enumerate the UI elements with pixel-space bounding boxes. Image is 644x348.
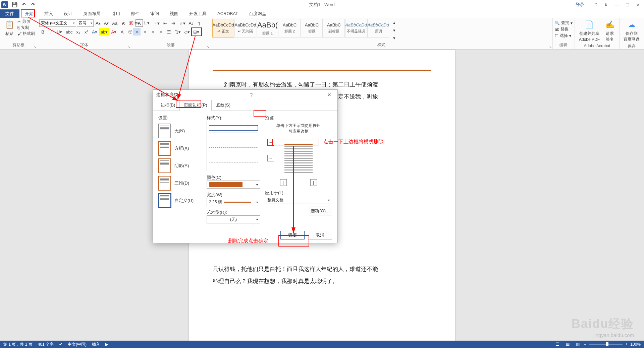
save-baidu-button[interactable]: ☁ 保存到 百度网盘	[622, 19, 642, 43]
width-combo[interactable]: 2.25 磅	[207, 198, 260, 206]
status-insert[interactable]: 插入	[92, 342, 100, 347]
tab-mailings[interactable]: 邮件	[125, 9, 145, 18]
setting-3d[interactable]: 三维(D)	[158, 176, 202, 191]
align-justify-button[interactable]: ≡	[157, 28, 165, 36]
clipboard-launcher[interactable]: ↘	[34, 45, 36, 49]
clear-format-button[interactable]: A̷	[119, 19, 127, 27]
edge-right-button[interactable]: │	[310, 179, 317, 186]
minimize-button[interactable]: —	[612, 2, 622, 8]
tab-baidu[interactable]: 百度网盘	[244, 9, 272, 18]
setting-shadow[interactable]: 阴影(A)	[158, 158, 202, 173]
ribbon-toggle-button[interactable]: ⬍	[601, 2, 610, 8]
close-button[interactable]: ✕	[634, 2, 643, 8]
dtab-borders[interactable]: 边框(B)	[156, 100, 179, 111]
tab-view[interactable]: 视图	[164, 9, 184, 18]
cut-button[interactable]: ✂剪切	[17, 19, 35, 24]
format-painter-button[interactable]: 🖌格式刷	[17, 31, 35, 37]
show-marks-button[interactable]: ¶	[196, 19, 203, 27]
status-language[interactable]: 中文(中国)	[68, 342, 87, 347]
bullets-button[interactable]: ≡▾	[133, 19, 141, 27]
asian-layout-button[interactable]: ☆▾	[178, 19, 187, 27]
paste-button[interactable]: 📋 粘贴	[2, 19, 17, 37]
strike-button[interactable]: abc	[64, 28, 74, 36]
maximize-button[interactable]: ☐	[623, 2, 632, 8]
numbering-button[interactable]: ⒈▾	[142, 19, 151, 27]
status-words[interactable]: 401 个字	[38, 342, 54, 347]
change-case-button[interactable]: Aa	[111, 19, 119, 27]
dialog-titlebar[interactable]: 边框和底纹 ? ✕	[153, 90, 337, 100]
style-item-2[interactable]: AaBb(标题 1	[257, 19, 278, 38]
tab-home[interactable]: 开始	[19, 9, 39, 18]
paragraph-launcher[interactable]: ↘	[207, 45, 209, 49]
edge-left-button[interactable]: │	[280, 179, 287, 186]
tab-acrobat[interactable]: ACROBAT	[212, 9, 244, 18]
status-page[interactable]: 第 1 页，共 1 页	[3, 342, 33, 347]
bold-button[interactable]: B	[39, 28, 47, 36]
view-web-button[interactable]: ▥	[574, 341, 581, 347]
style-listbox[interactable]	[207, 121, 260, 171]
apply-combo[interactable]: 整篇文档	[265, 196, 332, 204]
italic-button[interactable]: I	[47, 28, 55, 36]
status-spellcheck[interactable]: ✔	[59, 342, 62, 347]
save-button[interactable]: 💾	[10, 1, 19, 9]
dtab-page-border[interactable]: 页面边框(P)	[179, 100, 211, 111]
art-combo[interactable]: (无)	[207, 215, 260, 223]
align-right-button[interactable]: ≡	[149, 28, 157, 36]
line-spacing-button[interactable]: ⇅▾	[173, 28, 182, 36]
tab-design[interactable]: 设计	[58, 9, 78, 18]
style-item-5[interactable]: AaBbC副标题	[323, 19, 345, 38]
styles-launcher[interactable]: ↘	[549, 45, 552, 49]
dialog-help-button[interactable]: ?	[248, 91, 256, 98]
style-item-6[interactable]: AaBbCcDd不明显强调	[345, 19, 367, 38]
font-launcher[interactable]: ↘	[127, 45, 130, 49]
distribute-button[interactable]: ☰	[165, 28, 173, 36]
undo-button[interactable]: ↶	[19, 1, 28, 9]
gallery-more-button[interactable]: ▾	[390, 34, 398, 42]
subscript-button[interactable]: x₂	[74, 28, 82, 36]
tab-review[interactable]: 审阅	[145, 9, 164, 18]
increase-indent-button[interactable]: ⇥	[170, 19, 177, 27]
dialog-close-button[interactable]: ✕	[325, 91, 334, 98]
replace-button[interactable]: ab替换	[555, 26, 569, 32]
create-pdf-button[interactable]: 📄 创建并共享 Adobe PDF	[577, 19, 602, 43]
view-print-button[interactable]: ▦	[564, 341, 571, 347]
gallery-down-button[interactable]: ▾	[390, 26, 398, 34]
tab-layout[interactable]: 页面布局	[78, 9, 106, 18]
edge-top-button[interactable]: ─	[267, 139, 274, 146]
gallery-up-button[interactable]: ▴	[390, 19, 398, 26]
setting-box[interactable]: 方框(X)	[158, 141, 202, 156]
request-sign-button[interactable]: ✍ 请求 签名	[602, 19, 617, 43]
font-name-combo[interactable]: 宋体 (中文正文	[39, 19, 76, 27]
ok-button[interactable]: 确定	[280, 231, 305, 239]
find-button[interactable]: 🔍查找 ▾	[555, 20, 573, 26]
style-item-7[interactable]: AaBbCcDd强调	[367, 19, 389, 38]
styles-gallery[interactable]: AaBbCcDd↵ 正文AaBbCcDd↵ 无间隔AaBb(标题 1AaBbC标…	[212, 19, 389, 38]
font-color-button[interactable]: A▾	[110, 28, 118, 36]
zoom-out-button[interactable]: −	[584, 342, 586, 347]
login-link[interactable]: 登录	[576, 2, 584, 8]
zoom-in-button[interactable]: +	[625, 342, 628, 347]
style-item-0[interactable]: AaBbCcDd↵ 正文	[212, 19, 234, 38]
superscript-button[interactable]: x²	[83, 28, 90, 36]
align-left-button[interactable]: ≡	[133, 28, 141, 36]
tab-insert[interactable]: 插入	[39, 9, 58, 18]
borders-button[interactable]: ⊞▾	[192, 28, 201, 36]
style-item-1[interactable]: AaBbCcDd↵ 无间隔	[234, 19, 256, 38]
color-combo[interactable]	[207, 181, 260, 189]
underline-button[interactable]: U▾	[55, 28, 63, 36]
help-button[interactable]: ?	[592, 2, 600, 8]
text-effects-button[interactable]: A▾	[91, 28, 99, 36]
zoom-slider[interactable]	[589, 344, 623, 345]
char-shading-button[interactable]: A	[118, 28, 126, 36]
view-read-button[interactable]: ☰	[554, 341, 561, 347]
multilevel-button[interactable]: ⋮▾	[152, 19, 161, 27]
shading-button[interactable]: ◇▾	[183, 28, 191, 36]
select-button[interactable]: ☐选择 ▾	[555, 33, 571, 39]
grow-font-button[interactable]: A▴	[94, 19, 102, 27]
redo-button[interactable]: ↷	[29, 1, 38, 9]
align-center-button[interactable]: ≡	[141, 28, 149, 36]
setting-none[interactable]: 无(N)	[158, 124, 202, 138]
tab-developer[interactable]: 开发工具	[184, 9, 212, 18]
preview-page[interactable]	[282, 140, 315, 177]
cancel-button[interactable]: 取消	[308, 231, 332, 239]
